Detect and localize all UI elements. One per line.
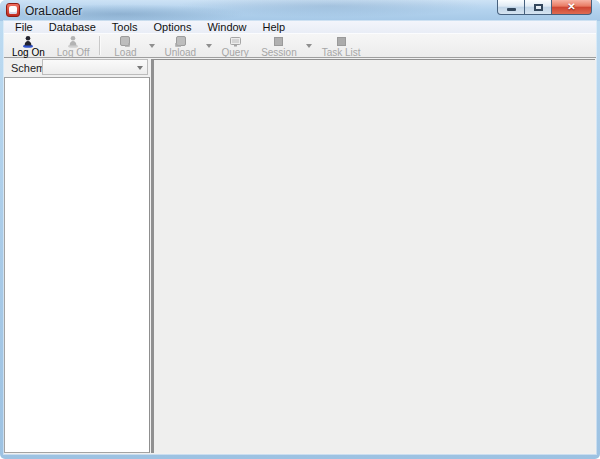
query-label: Query <box>222 48 249 58</box>
app-icon-glyph <box>9 6 17 14</box>
app-icon <box>6 3 20 17</box>
task-list-label: Task List <box>322 48 361 58</box>
titlebar[interactable]: OraLoader ✕ <box>0 0 600 21</box>
client-area: File Database Tools Options Window Help … <box>4 21 596 454</box>
chevron-down-icon <box>306 44 312 48</box>
user-icon <box>21 35 35 48</box>
menu-file[interactable]: File <box>7 21 41 33</box>
session-dropdown-button[interactable] <box>303 34 316 57</box>
task-list-icon <box>335 35 348 48</box>
chevron-down-icon <box>137 66 143 70</box>
close-button[interactable]: ✕ <box>552 0 592 15</box>
toolbar-separator <box>99 36 101 55</box>
toolbar: Log On Log Off <box>4 34 596 58</box>
logoff-button[interactable]: Log Off <box>51 34 96 57</box>
schema-row: Schema <box>4 58 151 77</box>
unload-dropdown-button[interactable] <box>202 34 215 57</box>
query-button[interactable]: Query <box>215 34 255 57</box>
unload-box-icon <box>173 35 188 48</box>
task-list-button[interactable]: Task List <box>316 34 367 57</box>
load-button[interactable]: Load <box>105 34 145 57</box>
menu-tools[interactable]: Tools <box>104 21 146 33</box>
session-button[interactable]: Session <box>255 34 303 57</box>
main-content-area <box>151 59 595 453</box>
app-window: OraLoader ✕ File Database Tools Options … <box>0 0 600 459</box>
minimize-icon <box>507 8 516 11</box>
logon-button[interactable]: Log On <box>6 34 51 57</box>
query-monitor-icon <box>228 35 243 48</box>
menu-options[interactable]: Options <box>146 21 200 33</box>
menu-window[interactable]: Window <box>199 21 254 33</box>
close-icon: ✕ <box>567 2 575 12</box>
unload-label: Unload <box>164 48 196 58</box>
logon-label: Log On <box>12 48 45 58</box>
window-controls: ✕ <box>497 0 592 15</box>
chevron-down-icon <box>206 44 212 48</box>
menubar: File Database Tools Options Window Help <box>4 21 596 34</box>
window-title: OraLoader <box>25 4 82 18</box>
load-dropdown-button[interactable] <box>145 34 158 57</box>
maximize-icon <box>534 4 543 11</box>
load-label: Load <box>114 48 136 58</box>
session-icon <box>272 35 285 48</box>
unload-button[interactable]: Unload <box>158 34 202 57</box>
session-label: Session <box>261 48 297 58</box>
user-off-icon <box>66 35 80 48</box>
menu-database[interactable]: Database <box>41 21 104 33</box>
load-box-icon <box>118 35 133 48</box>
logoff-label: Log Off <box>57 48 90 58</box>
minimize-button[interactable] <box>497 0 525 15</box>
schema-objects-list[interactable] <box>4 77 150 453</box>
chevron-down-icon <box>149 44 155 48</box>
maximize-button[interactable] <box>525 0 552 15</box>
menu-help[interactable]: Help <box>255 21 294 33</box>
schema-combobox[interactable] <box>42 59 148 75</box>
